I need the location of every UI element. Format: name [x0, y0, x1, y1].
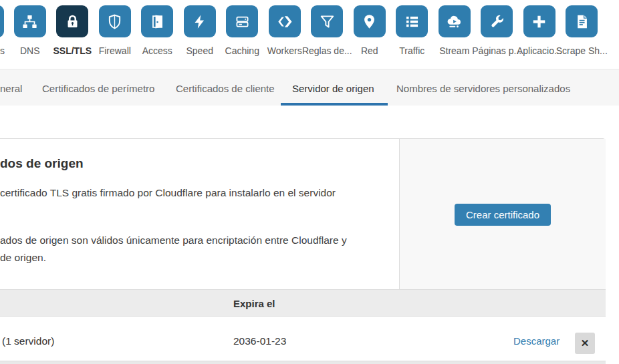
nav-item-analytics-partial[interactable] — [0, 5, 4, 37]
active-tab-underline — [281, 103, 388, 106]
nav-item-access[interactable]: Access — [136, 0, 179, 56]
nav-strip: DNS SSL/TLS Firewall Access Speed — [9, 0, 603, 56]
nav-item-speed[interactable]: Speed — [178, 0, 221, 56]
nav-item-workers[interactable]: Workers — [263, 0, 306, 56]
shield-icon — [99, 5, 131, 37]
section-description-line1: certificado TLS gratis firmado por Cloud… — [0, 184, 336, 202]
nav-item-aplicaciones[interactable]: Aplicacio... — [518, 0, 561, 56]
nav-item-dns[interactable]: DNS — [9, 0, 51, 56]
plus-icon — [523, 5, 555, 37]
lock-icon — [56, 5, 88, 37]
nav-item-scrape-shield[interactable]: Scrape Sh... — [561, 0, 604, 56]
ssl-section-tabbar: neral Certificados de perímetro Certific… — [0, 69, 619, 106]
nav-item-caching[interactable]: Caching — [221, 0, 264, 56]
lightning-bolt-icon — [184, 5, 216, 37]
map-pin-icon — [354, 5, 386, 37]
action-panel: Crear certificado — [399, 139, 606, 290]
section-heading: dos de origen — [0, 156, 84, 171]
section-description-line2: ados de origen son válidos únicamente pa… — [0, 232, 347, 266]
code-chevrons-icon — [269, 5, 301, 37]
nav-item-firewall[interactable]: Firewall — [94, 0, 136, 56]
column-header-expira-el: Expira el — [233, 290, 275, 317]
tab-certificados-perimetro[interactable]: Certificados de perímetro — [42, 69, 154, 106]
certificates-table-header: Expira el — [0, 289, 606, 317]
server-stack-icon — [226, 5, 258, 37]
door-icon — [141, 5, 173, 37]
delete-certificate-button[interactable]: ✕ — [575, 333, 595, 354]
tab-certificados-cliente[interactable]: Certificados de cliente — [176, 69, 275, 106]
nav-item-ssl-tls[interactable]: SSL/TLS — [51, 0, 94, 56]
nav-item-reglas[interactable]: Reglas de... — [306, 0, 349, 56]
funnel-icon — [311, 5, 343, 37]
nav-item-paginas[interactable]: Páginas p... — [476, 0, 519, 56]
create-certificate-button[interactable]: Crear certificado — [455, 204, 551, 226]
tab-servidor-de-origen[interactable]: Servidor de origen — [292, 69, 374, 106]
nav-item-analytics-label: s — [0, 45, 5, 56]
nav-item-red[interactable]: Red — [348, 0, 391, 56]
tab-general-partial[interactable]: neral — [0, 69, 22, 106]
x-icon: ✕ — [581, 337, 590, 349]
tab-nombres-personalizados[interactable]: Nombres de servidores personalizados — [396, 69, 570, 106]
wrench-icon — [481, 5, 513, 37]
dns-sitemap-icon — [14, 5, 46, 37]
certificate-hosts-cell: (1 servidor) — [2, 335, 54, 347]
list-icon — [396, 5, 428, 37]
certificate-table-row: (1 servidor) 2036-01-23 Descargar ✕ — [0, 317, 606, 359]
certificate-expiry-cell: 2036-01-23 — [233, 335, 286, 347]
download-certificate-link[interactable]: Descargar — [513, 335, 560, 347]
app-toolbar: s DNS SSL/TLS Firewall Access — [0, 0, 619, 64]
document-icon — [566, 5, 598, 37]
cloud-play-icon — [439, 5, 471, 37]
nav-item-stream[interactable]: Stream — [433, 0, 476, 56]
next-section-edge — [0, 361, 606, 364]
nav-item-traffic[interactable]: Traffic — [391, 0, 434, 56]
